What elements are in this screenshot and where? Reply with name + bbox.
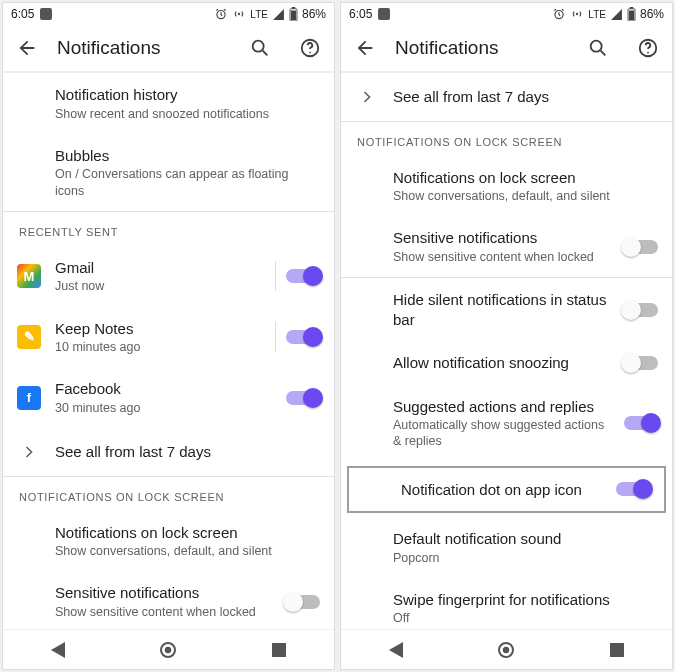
svg-point-5	[253, 41, 264, 52]
facebook-icon: f	[17, 386, 41, 410]
network-label: LTE	[250, 9, 268, 20]
nav-home-icon[interactable]	[498, 642, 514, 658]
svg-point-7	[309, 52, 311, 54]
svg-point-13	[591, 41, 602, 52]
alarm-icon	[214, 7, 228, 21]
phone-right: 6:05 LTE 86% Notifications	[340, 2, 673, 670]
lock-notifications-row[interactable]: Notifications on lock screen Show conver…	[3, 511, 334, 572]
toggle-sensitive[interactable]	[286, 595, 320, 609]
battery-pct: 86%	[302, 7, 326, 21]
hotspot-icon	[232, 7, 246, 21]
row-sub: Show conversations, default, and silent	[55, 543, 318, 559]
swipe-fingerprint-row[interactable]: Swipe fingerprint for notifications Off	[341, 578, 672, 629]
back-icon[interactable]	[15, 36, 39, 60]
nav-back-icon[interactable]	[51, 642, 65, 658]
row-title: Default notification sound	[393, 529, 656, 549]
svg-point-9	[576, 13, 578, 15]
hide-silent-row[interactable]: Hide silent notifications in status bar	[341, 278, 672, 341]
app-row-keep[interactable]: ✎ Keep Notes 10 minutes ago	[3, 307, 334, 368]
app-name: Facebook	[55, 379, 318, 399]
row-sub: Show conversations, default, and silent	[393, 188, 656, 204]
row-title: Notification history	[55, 85, 318, 105]
see-all-label: See all from last 7 days	[393, 87, 656, 107]
row-title: Allow notification snoozing	[393, 353, 656, 373]
row-sub: Popcorn	[393, 550, 656, 566]
toggle-hide-silent[interactable]	[624, 303, 658, 317]
sensitive-notifications-row[interactable]: Sensitive notifications Show sensitive c…	[341, 216, 672, 277]
chevron-right-icon	[17, 440, 41, 464]
svg-rect-4	[291, 11, 296, 21]
nav-bar	[341, 629, 672, 669]
status-bar: 6:05 LTE 86%	[341, 3, 672, 25]
row-sub: Show sensitive content when locked	[55, 604, 318, 620]
row-title: Notifications on lock screen	[393, 168, 656, 188]
keep-icon: ✎	[17, 325, 41, 349]
page-title: Notifications	[395, 37, 568, 59]
help-icon[interactable]	[298, 36, 322, 60]
toggle-facebook[interactable]	[286, 391, 320, 405]
nav-home-icon[interactable]	[160, 642, 176, 658]
sensitive-notifications-row[interactable]: Sensitive notifications Show sensitive c…	[3, 571, 334, 629]
bubbles-row[interactable]: Bubbles On / Conversations can appear as…	[3, 134, 334, 211]
app-name: Gmail	[55, 258, 318, 278]
search-icon[interactable]	[248, 36, 272, 60]
notif-icon	[378, 8, 390, 20]
svg-point-1	[238, 13, 240, 15]
battery-pct: 86%	[640, 7, 664, 21]
row-title: Notifications on lock screen	[55, 523, 318, 543]
app-row-facebook[interactable]: f Facebook 30 minutes ago	[3, 367, 334, 428]
section-lock-screen: Notifications on lock screen	[341, 122, 672, 156]
default-sound-row[interactable]: Default notification sound Popcorn	[341, 517, 672, 578]
toggle-sensitive[interactable]	[624, 240, 658, 254]
nav-recent-icon[interactable]	[272, 643, 286, 657]
app-name: Keep Notes	[55, 319, 318, 339]
status-time: 6:05	[11, 7, 34, 21]
signal-icon	[272, 8, 285, 21]
row-title: Suggested actions and replies	[393, 397, 612, 417]
svg-rect-11	[630, 7, 634, 9]
chevron-right-icon	[355, 85, 379, 109]
app-time: 30 minutes ago	[55, 400, 318, 416]
row-sub: Show recent and snoozed notifications	[55, 106, 318, 122]
search-icon[interactable]	[586, 36, 610, 60]
app-time: Just now	[55, 278, 318, 294]
row-title: Hide silent notifications in status bar	[393, 290, 612, 329]
nav-back-icon[interactable]	[389, 642, 403, 658]
toggle-dot[interactable]	[616, 482, 650, 496]
status-bar: 6:05 LTE 86%	[3, 3, 334, 25]
toggle-gmail[interactable]	[286, 269, 320, 283]
app-bar: Notifications	[3, 25, 334, 71]
notification-dot-highlight: Notification dot on app icon	[347, 466, 666, 514]
see-all-row[interactable]: See all from last 7 days	[341, 73, 672, 121]
network-label: LTE	[588, 9, 606, 20]
back-icon[interactable]	[353, 36, 377, 60]
nav-recent-icon[interactable]	[610, 643, 624, 657]
suggested-row[interactable]: Suggested actions and replies Automatica…	[341, 385, 672, 462]
gmail-icon: M	[17, 264, 41, 288]
row-sub: Off	[393, 610, 656, 626]
toggle-keep[interactable]	[286, 330, 320, 344]
settings-content: See all from last 7 days Notifications o…	[341, 73, 672, 629]
notif-icon	[40, 8, 52, 20]
toggle-suggested[interactable]	[624, 416, 658, 430]
nav-bar	[3, 629, 334, 669]
row-title: Sensitive notifications	[55, 583, 318, 603]
notification-dot-row[interactable]: Notification dot on app icon	[349, 468, 664, 512]
app-row-gmail[interactable]: M Gmail Just now	[3, 246, 334, 307]
svg-rect-12	[629, 11, 634, 21]
see-all-label: See all from last 7 days	[55, 442, 318, 462]
row-title: Swipe fingerprint for notifications	[393, 590, 656, 610]
notification-history-row[interactable]: Notification history Show recent and sno…	[3, 73, 334, 134]
row-title: Sensitive notifications	[393, 228, 656, 248]
app-time: 10 minutes ago	[55, 339, 318, 355]
lock-notifications-row[interactable]: Notifications on lock screen Show conver…	[341, 156, 672, 217]
toggle-snooze[interactable]	[624, 356, 658, 370]
section-recently-sent: Recently sent	[3, 212, 334, 246]
page-title: Notifications	[57, 37, 230, 59]
app-bar: Notifications	[341, 25, 672, 71]
snooze-row[interactable]: Allow notification snoozing	[341, 341, 672, 385]
help-icon[interactable]	[636, 36, 660, 60]
status-time: 6:05	[349, 7, 372, 21]
phone-left: 6:05 LTE 86% Notifications	[2, 2, 335, 670]
see-all-row[interactable]: See all from last 7 days	[3, 428, 334, 476]
